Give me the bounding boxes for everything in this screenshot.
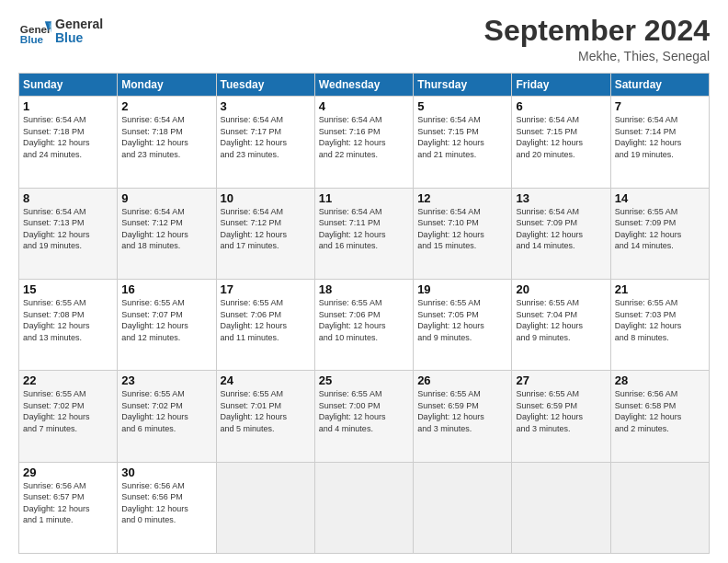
calendar-cell: 7Sunrise: 6:54 AMSunset: 7:14 PMDaylight… [610, 97, 709, 188]
day-of-week-header: Wednesday [314, 74, 413, 97]
day-number: 2 [121, 99, 211, 113]
calendar-cell: 11Sunrise: 6:54 AMSunset: 7:11 PMDayligh… [314, 188, 413, 279]
day-of-week-header: Friday [512, 74, 610, 97]
calendar-cell [610, 462, 709, 553]
calendar-week-row: 15Sunrise: 6:55 AMSunset: 7:08 PMDayligh… [19, 279, 710, 370]
calendar-cell: 10Sunrise: 6:54 AMSunset: 7:12 PMDayligh… [216, 188, 314, 279]
svg-text:Blue: Blue [20, 33, 44, 45]
calendar-cell: 12Sunrise: 6:54 AMSunset: 7:10 PMDayligh… [414, 188, 512, 279]
day-info: Sunrise: 6:55 AMSunset: 6:59 PMDaylight:… [417, 388, 507, 434]
day-number: 27 [516, 373, 606, 387]
day-info: Sunrise: 6:54 AMSunset: 7:13 PMDaylight:… [23, 206, 113, 252]
day-number: 6 [516, 99, 606, 113]
day-of-week-header: Monday [118, 74, 216, 97]
calendar-cell: 5Sunrise: 6:54 AMSunset: 7:15 PMDaylight… [414, 97, 512, 188]
calendar: SundayMondayTuesdayWednesdayThursdayFrid… [18, 73, 710, 554]
calendar-cell: 21Sunrise: 6:55 AMSunset: 7:03 PMDayligh… [610, 279, 709, 370]
day-number: 4 [319, 99, 409, 113]
calendar-cell [314, 462, 413, 553]
day-info: Sunrise: 6:55 AMSunset: 7:06 PMDaylight:… [221, 297, 311, 343]
calendar-cell: 26Sunrise: 6:55 AMSunset: 6:59 PMDayligh… [414, 371, 512, 462]
calendar-cell: 25Sunrise: 6:55 AMSunset: 7:00 PMDayligh… [314, 371, 413, 462]
logo-general-text: General [55, 17, 103, 31]
day-number: 26 [417, 373, 507, 387]
page: General Blue General Blue September 2024… [0, 0, 728, 563]
day-info: Sunrise: 6:54 AMSunset: 7:17 PMDaylight:… [221, 114, 311, 160]
day-info: Sunrise: 6:55 AMSunset: 7:01 PMDaylight:… [221, 388, 311, 434]
day-number: 23 [121, 373, 211, 387]
day-number: 17 [221, 282, 311, 296]
day-info: Sunrise: 6:56 AMSunset: 6:57 PMDaylight:… [23, 480, 113, 526]
day-number: 7 [615, 99, 705, 113]
calendar-cell [414, 462, 512, 553]
title-block: September 2024 Mekhe, Thies, Senegal [484, 15, 710, 63]
day-info: Sunrise: 6:54 AMSunset: 7:15 PMDaylight:… [417, 114, 507, 160]
day-number: 3 [221, 99, 311, 113]
day-info: Sunrise: 6:54 AMSunset: 7:11 PMDaylight:… [319, 206, 409, 252]
logo-blue-text: Blue [55, 31, 103, 45]
day-info: Sunrise: 6:54 AMSunset: 7:14 PMDaylight:… [615, 114, 705, 160]
calendar-cell: 1Sunrise: 6:54 AMSunset: 7:18 PMDaylight… [19, 97, 118, 188]
day-number: 10 [221, 191, 311, 205]
day-number: 14 [615, 191, 705, 205]
day-number: 9 [121, 191, 211, 205]
day-info: Sunrise: 6:55 AMSunset: 7:00 PMDaylight:… [319, 388, 409, 434]
day-info: Sunrise: 6:55 AMSunset: 6:59 PMDaylight:… [516, 388, 606, 434]
day-number: 8 [23, 191, 113, 205]
calendar-cell [216, 462, 314, 553]
calendar-cell: 30Sunrise: 6:56 AMSunset: 6:56 PMDayligh… [118, 462, 216, 553]
calendar-cell: 16Sunrise: 6:55 AMSunset: 7:07 PMDayligh… [118, 279, 216, 370]
day-number: 1 [23, 99, 113, 113]
header: General Blue General Blue September 2024… [18, 15, 710, 63]
day-info: Sunrise: 6:54 AMSunset: 7:12 PMDaylight:… [121, 206, 211, 252]
calendar-cell: 24Sunrise: 6:55 AMSunset: 7:01 PMDayligh… [216, 371, 314, 462]
day-info: Sunrise: 6:55 AMSunset: 7:02 PMDaylight:… [23, 388, 113, 434]
calendar-week-row: 1Sunrise: 6:54 AMSunset: 7:18 PMDaylight… [19, 97, 710, 188]
day-info: Sunrise: 6:54 AMSunset: 7:18 PMDaylight:… [121, 114, 211, 160]
calendar-cell: 15Sunrise: 6:55 AMSunset: 7:08 PMDayligh… [19, 279, 118, 370]
day-number: 5 [417, 99, 507, 113]
calendar-cell: 27Sunrise: 6:55 AMSunset: 6:59 PMDayligh… [512, 371, 610, 462]
day-info: Sunrise: 6:55 AMSunset: 7:08 PMDaylight:… [23, 297, 113, 343]
logo: General Blue General Blue [18, 15, 103, 48]
day-number: 24 [221, 373, 311, 387]
calendar-cell: 20Sunrise: 6:55 AMSunset: 7:04 PMDayligh… [512, 279, 610, 370]
day-info: Sunrise: 6:55 AMSunset: 7:05 PMDaylight:… [417, 297, 507, 343]
day-number: 12 [417, 191, 507, 205]
calendar-cell: 3Sunrise: 6:54 AMSunset: 7:17 PMDaylight… [216, 97, 314, 188]
calendar-cell: 18Sunrise: 6:55 AMSunset: 7:06 PMDayligh… [314, 279, 413, 370]
day-info: Sunrise: 6:54 AMSunset: 7:09 PMDaylight:… [516, 206, 606, 252]
day-number: 30 [121, 465, 211, 479]
day-info: Sunrise: 6:54 AMSunset: 7:12 PMDaylight:… [221, 206, 311, 252]
calendar-cell: 4Sunrise: 6:54 AMSunset: 7:16 PMDaylight… [314, 97, 413, 188]
day-number: 20 [516, 282, 606, 296]
day-info: Sunrise: 6:56 AMSunset: 6:56 PMDaylight:… [121, 480, 211, 526]
day-number: 21 [615, 282, 705, 296]
calendar-cell [512, 462, 610, 553]
day-info: Sunrise: 6:54 AMSunset: 7:15 PMDaylight:… [516, 114, 606, 160]
calendar-cell: 9Sunrise: 6:54 AMSunset: 7:12 PMDaylight… [118, 188, 216, 279]
calendar-week-row: 22Sunrise: 6:55 AMSunset: 7:02 PMDayligh… [19, 371, 710, 462]
calendar-cell: 28Sunrise: 6:56 AMSunset: 6:58 PMDayligh… [610, 371, 709, 462]
day-number: 28 [615, 373, 705, 387]
logo-icon: General Blue [18, 15, 51, 48]
day-info: Sunrise: 6:55 AMSunset: 7:07 PMDaylight:… [121, 297, 211, 343]
day-number: 19 [417, 282, 507, 296]
day-info: Sunrise: 6:55 AMSunset: 7:02 PMDaylight:… [121, 388, 211, 434]
day-number: 29 [23, 465, 113, 479]
calendar-cell: 8Sunrise: 6:54 AMSunset: 7:13 PMDaylight… [19, 188, 118, 279]
calendar-cell: 29Sunrise: 6:56 AMSunset: 6:57 PMDayligh… [19, 462, 118, 553]
calendar-cell: 14Sunrise: 6:55 AMSunset: 7:09 PMDayligh… [610, 188, 709, 279]
location-subtitle: Mekhe, Thies, Senegal [484, 49, 710, 63]
day-number: 11 [319, 191, 409, 205]
calendar-cell: 2Sunrise: 6:54 AMSunset: 7:18 PMDaylight… [118, 97, 216, 188]
calendar-week-row: 29Sunrise: 6:56 AMSunset: 6:57 PMDayligh… [19, 462, 710, 553]
day-info: Sunrise: 6:55 AMSunset: 7:04 PMDaylight:… [516, 297, 606, 343]
day-info: Sunrise: 6:56 AMSunset: 6:58 PMDaylight:… [615, 388, 705, 434]
calendar-cell: 13Sunrise: 6:54 AMSunset: 7:09 PMDayligh… [512, 188, 610, 279]
day-number: 16 [121, 282, 211, 296]
calendar-cell: 23Sunrise: 6:55 AMSunset: 7:02 PMDayligh… [118, 371, 216, 462]
day-number: 18 [319, 282, 409, 296]
day-info: Sunrise: 6:54 AMSunset: 7:18 PMDaylight:… [23, 114, 113, 160]
month-title: September 2024 [484, 15, 710, 47]
